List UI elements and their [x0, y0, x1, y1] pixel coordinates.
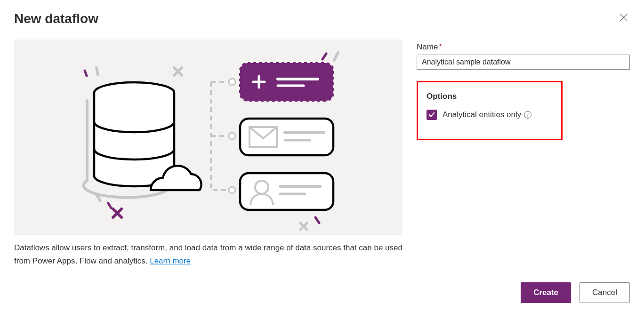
analytical-entities-checkbox[interactable] — [427, 110, 437, 120]
dataflow-illustration — [14, 40, 402, 235]
svg-line-7 — [334, 53, 338, 60]
info-icon[interactable]: i — [524, 111, 531, 119]
create-button[interactable]: Create — [521, 282, 571, 303]
analytical-entities-label: Analytical entities only i — [443, 110, 531, 120]
close-icon — [620, 13, 628, 22]
svg-line-3 — [97, 68, 98, 75]
name-label: Name* — [417, 42, 630, 52]
name-input[interactable] — [417, 55, 630, 70]
svg-rect-21 — [240, 119, 333, 155]
cancel-button[interactable]: Cancel — [580, 282, 630, 303]
checkmark-icon — [428, 112, 435, 118]
svg-point-13 — [229, 79, 235, 85]
svg-line-10 — [108, 203, 111, 208]
close-button[interactable] — [618, 11, 630, 25]
options-section: Options Analytical entities only i — [417, 81, 563, 140]
dialog-title: New dataflow — [14, 11, 98, 26]
dialog-description: Dataflows allow users to extract, transf… — [14, 241, 402, 268]
svg-line-2 — [85, 71, 87, 76]
svg-line-29 — [315, 217, 319, 223]
svg-point-15 — [229, 187, 235, 193]
required-indicator: * — [439, 42, 442, 51]
options-label: Options — [427, 92, 553, 101]
svg-rect-25 — [240, 173, 333, 210]
learn-more-link[interactable]: Learn more — [150, 256, 191, 265]
svg-point-14 — [229, 133, 235, 139]
svg-line-6 — [322, 54, 326, 59]
